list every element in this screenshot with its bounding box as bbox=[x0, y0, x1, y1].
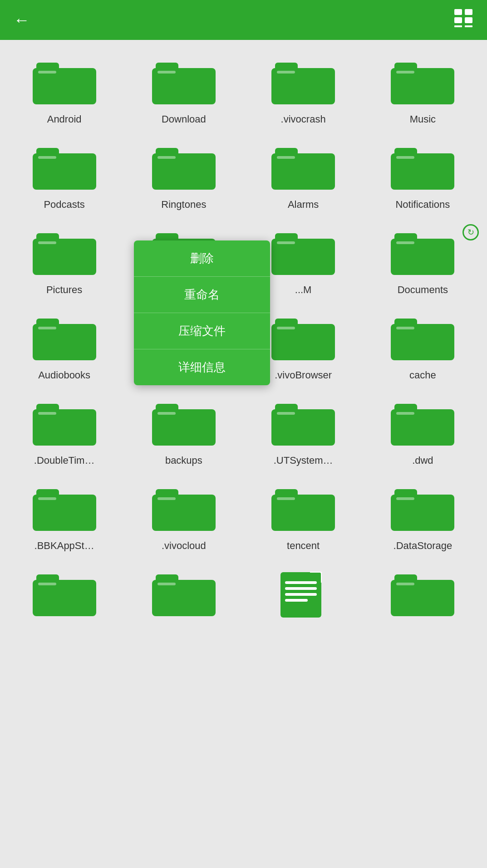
folder-android[interactable]: Android bbox=[5, 49, 124, 134]
svg-rect-25 bbox=[275, 148, 298, 157]
folder-extra4-icon bbox=[391, 570, 454, 620]
svg-rect-26 bbox=[277, 156, 295, 159]
svg-rect-82 bbox=[156, 574, 178, 584]
svg-rect-11 bbox=[157, 71, 176, 74]
svg-rect-29 bbox=[396, 156, 414, 159]
folder-extra1-icon bbox=[33, 570, 96, 620]
file-extra3-icon bbox=[271, 570, 335, 620]
svg-rect-19 bbox=[36, 148, 59, 157]
svg-rect-64 bbox=[394, 404, 417, 413]
svg-rect-80 bbox=[38, 583, 56, 585]
context-menu-delete[interactable]: 删除 bbox=[134, 240, 270, 277]
svg-rect-73 bbox=[275, 489, 298, 498]
context-menu: 删除 重命名 压缩文件 详细信息 bbox=[134, 240, 270, 385]
context-menu-rename[interactable]: 重命名 bbox=[134, 277, 270, 313]
folder-audiobooks[interactable]: Audiobooks bbox=[5, 305, 124, 390]
folder-backups-icon bbox=[152, 399, 216, 449]
folder-podcasts-icon bbox=[33, 143, 96, 193]
folder-backups-label: backups bbox=[165, 455, 202, 466]
folder-alarms[interactable]: Alarms bbox=[244, 134, 363, 220]
svg-rect-52 bbox=[394, 319, 417, 328]
folder-vivocloud-label: .vivocloud bbox=[162, 540, 206, 552]
folder-bbkappst-label: .BBKAppSt… bbox=[34, 540, 94, 552]
folder-podcasts-label: Podcasts bbox=[44, 199, 85, 211]
folder-download-label: Download bbox=[162, 113, 206, 125]
folder-alarms-label: Alarms bbox=[288, 199, 319, 211]
folder-download[interactable]: Download bbox=[124, 49, 243, 134]
folder-pictures-icon bbox=[33, 229, 96, 279]
svg-rect-7 bbox=[36, 63, 59, 72]
app-header: ← bbox=[0, 0, 487, 40]
folder-vivocloud-icon bbox=[152, 485, 216, 535]
folder-android-icon bbox=[33, 58, 96, 108]
folder-dwd[interactable]: .dwd bbox=[363, 390, 482, 476]
folder-extra1[interactable] bbox=[5, 561, 124, 634]
refresh-icon: ↻ bbox=[462, 224, 479, 240]
folder-datastorage-icon bbox=[391, 485, 454, 535]
folder-podcasts[interactable]: Podcasts bbox=[5, 134, 124, 220]
svg-rect-50 bbox=[277, 327, 295, 329]
folder-cache-label: cache bbox=[409, 369, 436, 381]
folder-documents[interactable]: ↻ Documents bbox=[363, 220, 482, 305]
svg-rect-68 bbox=[38, 497, 56, 500]
context-menu-details[interactable]: 详细信息 bbox=[134, 349, 270, 385]
folder-vivocloud[interactable]: .vivocloud bbox=[124, 476, 243, 561]
folder-vivocrash[interactable]: .vivocrash bbox=[244, 49, 363, 134]
folder-vivocrash-icon bbox=[271, 58, 335, 108]
folder-tencent-label: tencent bbox=[287, 540, 320, 552]
svg-rect-65 bbox=[396, 412, 414, 415]
svg-rect-32 bbox=[38, 241, 56, 244]
svg-rect-37 bbox=[275, 233, 298, 242]
svg-rect-8 bbox=[38, 71, 56, 74]
svg-rect-13 bbox=[275, 63, 298, 72]
svg-rect-76 bbox=[394, 489, 417, 498]
back-button[interactable]: ← bbox=[14, 10, 30, 29]
folder-android-label: Android bbox=[47, 113, 82, 125]
file-extra3[interactable] bbox=[244, 561, 363, 634]
folder-dcim-label: ...M bbox=[295, 284, 312, 296]
svg-rect-83 bbox=[157, 583, 176, 585]
svg-rect-17 bbox=[396, 71, 414, 74]
folder-music[interactable]: Music bbox=[363, 49, 482, 134]
svg-rect-2 bbox=[454, 17, 462, 23]
folder-dwd-label: .dwd bbox=[412, 455, 433, 466]
context-menu-compress[interactable]: 压缩文件 bbox=[134, 313, 270, 349]
folder-extra4[interactable] bbox=[363, 561, 482, 634]
folder-utsystem[interactable]: .UTSystem… bbox=[244, 390, 363, 476]
svg-rect-62 bbox=[277, 412, 295, 415]
folder-backups[interactable]: backups bbox=[124, 390, 243, 476]
folder-ringtones-label: Ringtones bbox=[161, 199, 206, 211]
folder-tencent[interactable]: tencent bbox=[244, 476, 363, 561]
folder-download-icon bbox=[152, 58, 216, 108]
folder-doubletim[interactable]: .DoubleTim… bbox=[5, 390, 124, 476]
folder-utsystem-icon bbox=[271, 399, 335, 449]
folder-ringtones[interactable]: Ringtones bbox=[124, 134, 243, 220]
svg-rect-23 bbox=[157, 156, 176, 159]
svg-rect-56 bbox=[38, 412, 56, 415]
folder-cache[interactable]: cache bbox=[363, 305, 482, 390]
svg-rect-10 bbox=[156, 63, 178, 72]
folder-pictures-label: Pictures bbox=[46, 284, 82, 296]
svg-rect-44 bbox=[38, 327, 56, 329]
svg-rect-59 bbox=[157, 412, 176, 415]
svg-rect-0 bbox=[454, 9, 462, 15]
folder-vivocrash-label: .vivocrash bbox=[281, 113, 326, 125]
svg-rect-28 bbox=[394, 148, 417, 157]
svg-rect-67 bbox=[36, 489, 59, 498]
folder-tencent-icon bbox=[271, 485, 335, 535]
svg-rect-92 bbox=[394, 574, 417, 584]
folder-audiobooks-label: Audiobooks bbox=[38, 369, 90, 381]
svg-rect-16 bbox=[394, 63, 417, 72]
folder-notifications[interactable]: Notifications bbox=[363, 134, 482, 220]
folder-pictures[interactable]: Pictures bbox=[5, 220, 124, 305]
grid-toggle-button[interactable] bbox=[453, 8, 473, 32]
folder-ringtones-icon bbox=[152, 143, 216, 193]
svg-rect-22 bbox=[156, 148, 178, 157]
folder-extra2[interactable] bbox=[124, 561, 243, 634]
svg-rect-85 bbox=[285, 581, 317, 584]
folder-bbkappst[interactable]: .BBKAppSt… bbox=[5, 476, 124, 561]
folder-datastorage[interactable]: .DataStorage bbox=[363, 476, 482, 561]
svg-rect-1 bbox=[465, 9, 472, 15]
folder-utsystem-label: .UTSystem… bbox=[274, 455, 333, 466]
folder-extra2-icon bbox=[152, 570, 216, 620]
